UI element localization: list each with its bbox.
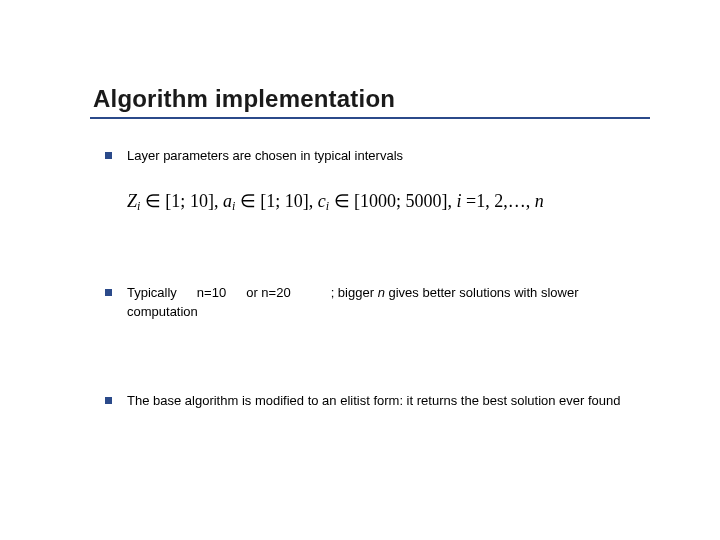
bullet-list: Layer parameters are chosen in typical i… xyxy=(93,147,670,166)
formula-in-sym-3: ∈ xyxy=(334,190,350,212)
ten2: 10 xyxy=(285,191,303,212)
one1: 1 xyxy=(171,191,180,212)
bullet-2-n10: n=10 xyxy=(197,285,226,300)
title-underline xyxy=(90,117,650,119)
bullet-2-or: or xyxy=(246,285,258,300)
ten1: 10 xyxy=(190,191,208,212)
fivethousand: 5000 xyxy=(406,191,442,212)
formula-Z: Z xyxy=(127,191,137,212)
bullet-1-text: Layer parameters are chosen in typical i… xyxy=(127,148,403,163)
bullet-list-2: Typicallyn=10or n=20; bigger n gives bet… xyxy=(93,284,670,411)
formula-a-sub: i xyxy=(232,199,235,214)
formula-n: n xyxy=(535,191,544,212)
formula-Z-sub: i xyxy=(137,199,140,214)
formula-in-sym-1: ∈ xyxy=(145,190,161,212)
dots: … xyxy=(508,191,526,212)
formula: Zi ∈ [1; 10], ai ∈ [1; 10], ci ∈ [1000; … xyxy=(127,190,670,220)
eq: = xyxy=(466,191,476,212)
slide-title: Algorithm implementation xyxy=(93,85,670,113)
bullet-2-rest-a: ; bigger xyxy=(331,285,378,300)
formula-c: c xyxy=(318,191,326,212)
bullet-2-pre: Typically xyxy=(127,285,177,300)
bullet-3: The base algorithm is modified to an eli… xyxy=(103,392,670,411)
bullet-3-text: The base algorithm is modified to an eli… xyxy=(127,393,621,408)
two: 2 xyxy=(494,191,503,212)
slide: Algorithm implementation Layer parameter… xyxy=(0,0,720,540)
formula-c-sub: i xyxy=(326,199,329,214)
thousand: 1000 xyxy=(360,191,396,212)
bullet-2-line2: computation xyxy=(127,303,670,322)
one3: 1 xyxy=(476,191,485,212)
formula-in-sym-2: ∈ xyxy=(240,190,256,212)
bullet-2-n20: n=20 xyxy=(261,285,290,300)
bullet-2-rest-b: gives better solutions with slower xyxy=(385,285,579,300)
bullet-1: Layer parameters are chosen in typical i… xyxy=(103,147,670,166)
bullet-2-rest-n: n xyxy=(378,285,385,300)
one2: 1 xyxy=(266,191,275,212)
bullet-2: Typicallyn=10or n=20; bigger n gives bet… xyxy=(103,284,670,322)
formula-a: a xyxy=(223,191,232,212)
